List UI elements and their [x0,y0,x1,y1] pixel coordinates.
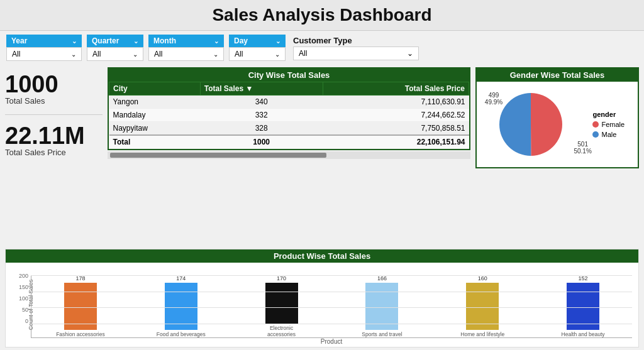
left-panel: 1000 Total Sales 22.11M Total Sales Pric… [5,67,103,244]
bar-value: 170 [277,275,286,282]
bar-rect [64,283,97,330]
bar-group: 178 Fashion accessories [31,275,130,337]
quarter-dropdown-icon: ⌄ [133,38,138,45]
bar-label: Fashion accessories [56,331,104,337]
city-sales-price: 7,110,630.91 [323,96,469,109]
customer-type-label: Customer Type [293,35,419,46]
city-name: Naypyitaw [109,122,201,136]
center-panel: City Wise Total Sales City Total Sales ▼… [108,67,470,244]
col-city: City [109,82,201,96]
bar-label: Sports and travel [362,331,402,337]
total-label: Total [109,135,201,149]
dashboard: Sales Analysis Dashboard Year ⌄ All ⌄ Qu… [0,0,644,350]
bar-group: 174 Food and beverages [132,275,230,337]
day-filter: Day ⌄ All ⌄ [229,35,286,61]
day-select-chevron: ⌄ [275,51,280,58]
pie-label-male: 501 50.1% [574,141,591,155]
bar-rect [265,283,298,324]
total-sales-price-value: 22.11M [5,124,103,148]
quarter-filter-label[interactable]: Quarter ⌄ [87,35,143,47]
customer-type-filter: Customer Type All ⌄ [293,35,419,60]
city-table-container: City Wise Total Sales City Total Sales ▼… [108,67,470,150]
bar-value: 174 [176,275,186,282]
year-filter-select[interactable]: All ⌄ [6,47,82,61]
total-sales-label: Total Sales [5,96,103,106]
year-select-chevron: ⌄ [71,51,76,58]
bar-label: Health and beauty [562,331,605,337]
city-sales-price: 7,244,662.52 [323,109,469,122]
bar-group: 160 Home and lifestyle [433,275,531,337]
year-filter-label[interactable]: Year ⌄ [6,35,82,47]
bar-label: Food and beverages [157,331,206,337]
col-total-sales: Total Sales ▼ [200,82,323,96]
city-total-sales: 332 [200,109,323,122]
bar-label: Home and lifestyle [460,331,504,337]
bar-group: 152 Health and beauty [534,275,632,337]
pie-label-female: 499 49.9% [485,92,502,106]
bar-value: 166 [377,275,387,282]
female-color-dot [592,121,599,128]
bar-chart-title: Product Wise Total Sales [6,249,638,263]
month-select-chevron: ⌄ [213,51,218,58]
male-color-dot [592,131,599,138]
pie-chart: 499 49.9% 501 50.1% [490,87,572,162]
scrollbar-thumb [110,153,326,158]
gender-chart-content: 499 49.9% 501 50.1% gender Female [477,82,638,167]
filters-row: Year ⌄ All ⌄ Quarter ⌄ All ⌄ Month ⌄ [0,31,644,65]
bar-value: 152 [579,275,588,282]
month-filter-label[interactable]: Month ⌄ [148,35,224,47]
customer-type-chevron: ⌄ [407,49,413,58]
total-sales-price-label: Total Sales Price [5,148,103,157]
female-slice [531,93,562,156]
bar-label: Electronic accessories [257,325,307,337]
table-scrollbar[interactable] [108,151,470,159]
city-name: Yangon [109,96,201,109]
dashboard-title: Sales Analysis Dashboard [0,5,644,25]
total-sales-value: 1000 [5,72,103,96]
quarter-select-chevron: ⌄ [133,51,138,58]
gender-chart-title: Gender Wise Total Sales [477,68,638,82]
city-name: Mandalay [109,109,201,122]
table-row: Naypyitaw 328 7,750,858.51 [109,122,469,136]
col-total-sales-price: Total Sales Price [323,82,469,96]
sort-icon: ▼ [246,84,253,93]
legend-female: Female [592,121,625,128]
total-price-sum: 22,106,151.94 [323,135,469,149]
city-total-sales: 340 [200,96,323,109]
table-total-row: Total 1000 22,106,151.94 [109,135,469,149]
y-axis-ticks: 200 150 100 50 0 [8,273,28,324]
header: Sales Analysis Dashboard [0,0,644,31]
metrics-divider [5,114,103,115]
city-total-sales: 328 [200,122,323,136]
bar-group: 166 Sports and travel [333,275,431,337]
main-content: 1000 Total Sales 22.11M Total Sales Pric… [0,65,644,246]
total-sales-metric: 1000 Total Sales [5,70,103,108]
month-filter: Month ⌄ All ⌄ [148,35,224,61]
bottom-panel: Product Wise Total Sales Count of Total … [5,249,639,347]
bar-value: 178 [75,275,85,282]
city-table-title: City Wise Total Sales [109,68,469,82]
total-sales-price-metric: 22.11M Total Sales Price [5,121,103,160]
gender-chart-container: Gender Wise Total Sales 499 49.9% [475,67,639,168]
day-filter-label[interactable]: Day ⌄ [229,35,286,47]
bar-rect [365,283,398,330]
male-slice [499,93,531,156]
table-header-row: City Total Sales ▼ Total Sales Price [109,82,469,96]
legend-title: gender [592,111,625,118]
quarter-filter-select[interactable]: All ⌄ [87,47,143,61]
bar-rect [567,283,599,329]
table-row: Yangon 340 7,110,630.91 [109,96,469,109]
year-filter: Year ⌄ All ⌄ [6,35,82,61]
quarter-filter: Quarter ⌄ All ⌄ [87,35,143,61]
x-axis-title: Product [31,338,632,347]
day-dropdown-icon: ⌄ [275,38,280,45]
day-filter-select[interactable]: All ⌄ [229,47,286,61]
city-sales-price: 7,750,858.51 [323,122,469,136]
bar-value: 160 [478,275,487,282]
bar-rect [165,283,197,330]
city-table: City Total Sales ▼ Total Sales Price Yan… [109,82,469,149]
legend-female-label: Female [601,121,625,128]
month-filter-select[interactable]: All ⌄ [148,47,224,61]
customer-type-select[interactable]: All ⌄ [293,46,419,60]
table-row: Mandalay 332 7,244,662.52 [109,109,469,122]
